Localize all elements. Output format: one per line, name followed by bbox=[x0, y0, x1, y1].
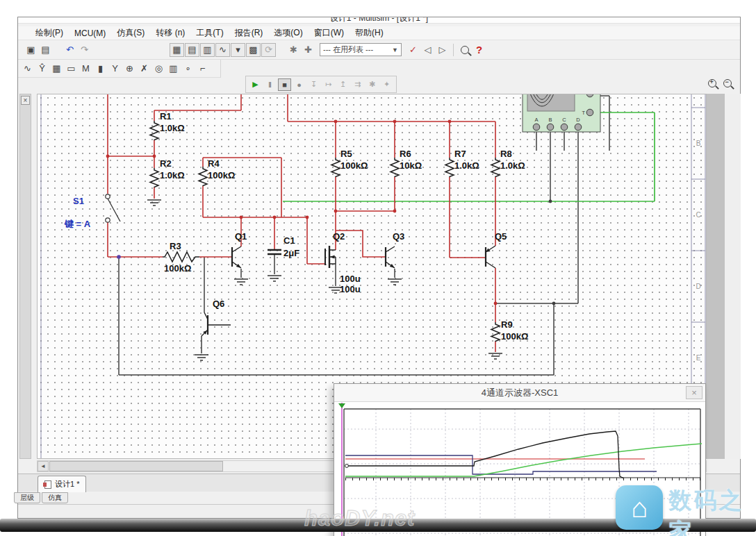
title-bar[interactable]: 设计1 - Multisim - [设计1 *] bbox=[18, 17, 740, 24]
menu-help[interactable]: 帮助(H) bbox=[350, 26, 388, 40]
menu-mcu[interactable]: MCU(M) bbox=[69, 27, 110, 40]
mixed-icon[interactable]: ▮ bbox=[93, 62, 108, 76]
resistor-r1[interactable]: R1 1.0kΩ bbox=[150, 111, 185, 140]
close-icon[interactable]: × bbox=[686, 386, 702, 399]
analog-icon[interactable]: ▦ bbox=[49, 62, 64, 76]
svg-text:D: D bbox=[576, 117, 580, 123]
undo-button[interactable]: ↶ bbox=[63, 43, 77, 57]
menu-bar: 绘制(P)MCU(M)仿真(S)转移 (n)工具(T)报告(R)选项(O)窗口(… bbox=[18, 26, 740, 40]
menu-simulate[interactable]: 仿真(S) bbox=[112, 26, 149, 40]
transistor-q3[interactable]: Q3 bbox=[386, 231, 404, 268]
copy-button[interactable]: ▣ bbox=[24, 43, 38, 57]
tab-hierarchy[interactable]: 层级 bbox=[14, 492, 40, 503]
oscilloscope-title-bar[interactable]: 4通道示波器-XSC1 × bbox=[334, 384, 705, 402]
record-button[interactable]: ● bbox=[293, 78, 306, 91]
grapher-button[interactable]: ∿ bbox=[215, 43, 230, 57]
standard-toolbar: ▣▤ ↶↷ ▦▤▥∿▾▩⟳ ✱✚ --- 在用列表 --- ▼ ✓◁▷ ? bbox=[18, 40, 740, 60]
in-use-list-dropdown[interactable]: --- 在用列表 --- ▼ bbox=[320, 43, 402, 56]
menu-options[interactable]: 选项(O) bbox=[269, 26, 307, 40]
svg-text:D: D bbox=[696, 283, 700, 290]
opamp-icon[interactable]: Ŷ bbox=[35, 62, 49, 76]
tab-simulation[interactable]: 仿真 bbox=[42, 492, 68, 503]
rf-icon[interactable]: Y bbox=[108, 62, 122, 76]
pause-at-button[interactable]: ✦ bbox=[380, 78, 393, 91]
zoom-out-icon[interactable]: − bbox=[723, 79, 732, 87]
misc-digital-icon[interactable]: M bbox=[79, 62, 93, 76]
stop-button[interactable]: ■ bbox=[278, 78, 291, 91]
capacitor-c1[interactable]: C1 2μF bbox=[268, 235, 299, 258]
mydigit-logo-icon: ⌂ bbox=[616, 485, 663, 530]
postprocessor-button[interactable]: ▩ bbox=[246, 43, 261, 57]
wires-dark[interactable] bbox=[119, 96, 609, 375]
svg-text:1.0kΩ: 1.0kΩ bbox=[160, 123, 185, 133]
step-out-button[interactable]: ↥ bbox=[336, 78, 350, 91]
run-button[interactable]: ▶ bbox=[249, 78, 262, 91]
svg-text:100u: 100u bbox=[340, 274, 361, 284]
back-annotate-button[interactable]: ◁ bbox=[420, 43, 435, 57]
resistor-r9[interactable]: R9 100kΩ bbox=[491, 319, 528, 342]
mcu-module-icon[interactable]: ▥ bbox=[166, 62, 181, 76]
close-icon[interactable]: × bbox=[21, 96, 30, 105]
svg-text:A: A bbox=[534, 117, 538, 123]
misc-component-icon[interactable]: ✗ bbox=[137, 62, 151, 76]
step-over-button[interactable]: ↦ bbox=[322, 78, 335, 91]
transistor-q5[interactable]: Q5 bbox=[486, 231, 507, 268]
scrollbar-thumb[interactable] bbox=[49, 461, 223, 471]
transistor-q6[interactable]: Q6 bbox=[202, 299, 231, 336]
search-icon bbox=[461, 46, 469, 54]
database-view-button[interactable]: ▥ bbox=[200, 43, 215, 57]
hierarchical-block-icon[interactable]: ∘ bbox=[181, 62, 195, 76]
design-toolbox-strip: × bbox=[19, 94, 31, 459]
pause-button[interactable]: ‖ bbox=[263, 78, 277, 91]
scroll-left-arrow[interactable]: ◄ bbox=[38, 461, 49, 471]
bus-icon[interactable]: ⌐ bbox=[195, 62, 210, 76]
resistor-r8[interactable]: R8 1.0kΩ bbox=[491, 149, 525, 177]
redo-button[interactable]: ↷ bbox=[77, 43, 92, 57]
spreadsheet-tabs: 层级仿真 bbox=[14, 492, 68, 504]
help-button[interactable]: ? bbox=[472, 43, 486, 57]
components-toolbar: ∿Ŷ▦▭M▮Y⊕✗◎▥∘⌐ bbox=[18, 60, 221, 78]
menu-reports[interactable]: 报告(R) bbox=[230, 26, 268, 40]
show-breadboard-button[interactable]: ▦ bbox=[170, 43, 184, 57]
paste-button[interactable]: ▤ bbox=[38, 43, 53, 57]
menu-window[interactable]: 窗口(W) bbox=[309, 26, 349, 40]
svg-text:B: B bbox=[696, 140, 701, 147]
zoom-toolbar: + − bbox=[708, 79, 732, 87]
resistor-r5[interactable]: R5 100kΩ bbox=[331, 149, 368, 177]
spreadsheet-view-button[interactable]: ▤ bbox=[185, 43, 199, 57]
place-junction-button[interactable]: ✚ bbox=[301, 43, 315, 57]
oscilloscope-title: 4通道示波器-XSC1 bbox=[482, 387, 559, 399]
switch-s1[interactable]: S1 键 = A bbox=[64, 194, 120, 229]
source-icon[interactable]: ∿ bbox=[20, 62, 35, 76]
erc-check-button[interactable]: ✓ bbox=[406, 43, 420, 57]
oscilloscope-instrument-icon[interactable]: A B C D T bbox=[523, 94, 600, 132]
place-probe-button[interactable]: ✱ bbox=[286, 43, 301, 57]
svg-text:T: T bbox=[582, 110, 585, 116]
resistor-r3[interactable]: R3 100kΩ bbox=[163, 241, 199, 274]
menu-place[interactable]: 绘制(P) bbox=[31, 26, 68, 40]
brand-name-cn: 数码之家 bbox=[668, 485, 756, 536]
breakpoint-button[interactable]: ✱ bbox=[365, 78, 379, 91]
ttl-icon[interactable]: ▭ bbox=[64, 62, 79, 76]
zoom-in-icon[interactable]: + bbox=[708, 79, 716, 87]
conn-icon[interactable]: ◎ bbox=[151, 62, 166, 76]
resistor-r2[interactable]: R2 1.0kΩ bbox=[150, 158, 185, 187]
tab-design1[interactable]: 设计1 * bbox=[38, 476, 86, 492]
step-into-button[interactable]: ↧ bbox=[307, 78, 320, 91]
grapher-dropdown-arrow[interactable]: ▾ bbox=[231, 43, 245, 57]
find-button[interactable] bbox=[457, 43, 472, 57]
electromechanical-icon[interactable]: ⊕ bbox=[122, 62, 137, 76]
resistor-r4[interactable]: R4 100kΩ bbox=[199, 158, 235, 186]
transistor-q2[interactable]: Q2 100u 100u bbox=[325, 231, 361, 294]
svg-text:1.0kΩ: 1.0kΩ bbox=[160, 170, 185, 181]
menu-tools[interactable]: 工具(T) bbox=[191, 26, 228, 40]
resistor-r7[interactable]: R7 1.0kΩ bbox=[445, 149, 479, 177]
window-title: 设计1 - Multisim - [设计1 *] bbox=[18, 17, 740, 24]
svg-text:R7: R7 bbox=[454, 149, 466, 159]
transistor-q1[interactable]: Q1 bbox=[232, 231, 247, 268]
menu-transfer[interactable]: 转移 (n) bbox=[151, 26, 190, 40]
svg-text:100u: 100u bbox=[340, 284, 361, 294]
refresh-button[interactable]: ⟳ bbox=[261, 43, 276, 57]
forward-annotate-button[interactable]: ▷ bbox=[435, 43, 450, 57]
run-to-cursor-button[interactable]: ⇉ bbox=[351, 78, 364, 91]
